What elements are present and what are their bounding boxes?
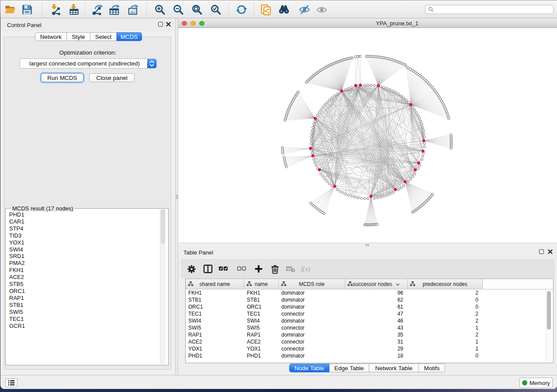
mcds-result-item[interactable]: PHD1 (6, 211, 160, 218)
mcds-result-item[interactable]: SWI5 (6, 309, 160, 316)
mcds-result-item[interactable]: TID3 (6, 232, 160, 239)
task-history-button[interactable] (5, 378, 17, 387)
tab-motifs[interactable]: Motifs (419, 364, 445, 372)
cell-MCDS-role: connector (281, 325, 304, 331)
table-row[interactable]: SWI4SWI4dominator462 (186, 317, 553, 324)
close-panel-icon[interactable] (166, 21, 171, 27)
tab-style[interactable]: Style (67, 32, 90, 41)
table-scrollbar-thumb[interactable] (547, 291, 551, 330)
hide-eye-icon[interactable] (298, 3, 311, 16)
toolbar-separator (254, 3, 254, 16)
import-network-icon[interactable] (48, 3, 61, 16)
mcds-result-item[interactable]: FKH1 (6, 267, 160, 274)
plus-icon[interactable] (253, 263, 265, 275)
refresh-icon[interactable] (235, 3, 248, 16)
mcds-result-item[interactable]: SWI4 (6, 246, 160, 253)
toolbar-separator (85, 3, 85, 16)
cell-name: FKH1 (247, 290, 260, 296)
split-columns-icon[interactable] (202, 263, 214, 275)
horizontal-split-divider[interactable] (178, 243, 557, 246)
open-folder-icon[interactable] (3, 3, 17, 16)
tab-network-table[interactable]: Network Table (369, 364, 419, 372)
column-header-successor-nodes[interactable]: successor nodes (345, 279, 408, 289)
mcds-result-scrollbar-thumb[interactable] (161, 209, 165, 244)
mcds-result-item[interactable]: STB5 (6, 281, 160, 288)
table-delete-icon (284, 263, 297, 275)
cell-predecessor-nodes: 2 (408, 318, 478, 324)
mcds-result-item[interactable]: YOX1 (6, 239, 160, 246)
status-bar: Memory (0, 375, 557, 389)
search-input[interactable] (425, 5, 554, 14)
mcds-result-item[interactable]: SRD1 (6, 253, 160, 260)
export-image-icon[interactable] (127, 3, 140, 16)
mcds-result-item[interactable]: STB1 (6, 302, 160, 309)
mcds-result-item[interactable]: GCR1 (6, 323, 160, 330)
tab-edge-table[interactable]: Edge Table (329, 364, 369, 372)
mcds-result-item[interactable]: STP4 (6, 225, 160, 232)
cell-MCDS-role: connector (281, 339, 304, 345)
export-network-icon[interactable] (91, 3, 104, 16)
zoom-in-icon[interactable] (153, 3, 166, 16)
documents-share-icon[interactable] (259, 3, 272, 16)
mcds-result-scrollbar[interactable] (160, 209, 166, 364)
eye-icon[interactable] (315, 3, 328, 16)
mcds-result-list[interactable]: PHD1CAR1STP4TID3YOX1SWI4SRD1PMA2FKH1ACE2… (6, 211, 160, 364)
criterion-dropdown[interactable]: largest connected component (undirected) (20, 58, 157, 69)
column-header-MCDS-role[interactable]: MCDS role (279, 279, 345, 289)
trash-icon[interactable] (269, 263, 281, 275)
main-toolbar (0, 0, 557, 18)
table-row[interactable]: SWI5SWI5connector431 (186, 324, 553, 331)
mcds-result-item[interactable]: ORC1 (6, 288, 160, 295)
cell-successor-nodes: 96 (345, 290, 403, 296)
cell-shared-name: SWI5 (188, 325, 201, 331)
mcds-result-item[interactable]: RAP1 (6, 295, 160, 302)
import-table-icon[interactable] (67, 3, 80, 16)
network-window-titlebar[interactable]: YPA_prune.txt_1 (178, 18, 557, 28)
mcds-result-item[interactable]: TEC1 (6, 316, 160, 323)
table-row[interactable]: STB1STB1dominator620 (186, 296, 553, 303)
tab-node-table[interactable]: Node Table (289, 364, 329, 372)
run-mcds-button[interactable]: Run MCDS (41, 73, 83, 82)
memory-button[interactable]: Memory (519, 378, 553, 388)
table-row[interactable]: ORC1ORC1dominator610 (186, 303, 553, 310)
network-graph[interactable] (178, 28, 557, 243)
close-table-panel-icon[interactable] (547, 249, 553, 254)
cell-shared-name: SWI4 (188, 318, 201, 324)
float-table-panel-icon[interactable] (539, 249, 544, 254)
mcds-result-item[interactable]: PMA2 (6, 260, 160, 267)
table-row[interactable]: RAP1RAP1dominator352 (186, 331, 553, 338)
gear-icon[interactable] (185, 263, 197, 275)
toolbar-separator (228, 3, 229, 16)
table-row[interactable]: TEC1TEC1connector472 (186, 310, 553, 317)
table-row[interactable]: FKH1FKH1dominator962 (186, 289, 553, 296)
export-table-icon[interactable] (108, 3, 121, 16)
mcds-hub-node (377, 84, 380, 87)
column-header-name[interactable]: name (244, 279, 279, 289)
checkboxes-checked-icon[interactable] (217, 263, 229, 275)
mcds-result-item[interactable]: ACE2 (6, 274, 160, 281)
save-icon[interactable] (21, 3, 34, 16)
cell-shared-name: ORC1 (188, 304, 203, 310)
cell-predecessor-nodes: 0 (408, 304, 478, 310)
tab-network[interactable]: Network (35, 32, 67, 41)
table-row[interactable]: YOX1YOX1connector291 (186, 345, 553, 352)
binoculars-icon[interactable] (277, 3, 291, 16)
column-header-predecessor-nodes[interactable]: predecessor nodes (408, 279, 483, 289)
checkboxes-unchecked-icon[interactable] (235, 263, 248, 275)
network-canvas[interactable] (178, 28, 557, 243)
tab-mcds[interactable]: MCDS (117, 32, 142, 41)
zoom-out-icon[interactable] (172, 3, 185, 16)
table-row[interactable]: ACE2ACE2connector311 (186, 338, 553, 345)
float-panel-icon[interactable] (158, 22, 163, 27)
zoom-fit-icon[interactable] (190, 3, 204, 16)
tab-select[interactable]: Select (90, 32, 117, 41)
vertical-split-divider[interactable] (175, 18, 178, 375)
table-scrollbar[interactable] (546, 290, 552, 362)
close-panel-button[interactable]: Close panel (89, 73, 135, 82)
table-row[interactable]: PHD1PHD1dominator180 (186, 352, 553, 359)
column-header-shared-name[interactable]: shared name (186, 279, 244, 289)
cell-successor-nodes: 62 (345, 297, 403, 303)
svg-text:f(x): f(x) (301, 265, 311, 273)
mcds-result-item[interactable]: CAR1 (6, 218, 160, 225)
zoom-selected-icon[interactable] (209, 3, 222, 16)
